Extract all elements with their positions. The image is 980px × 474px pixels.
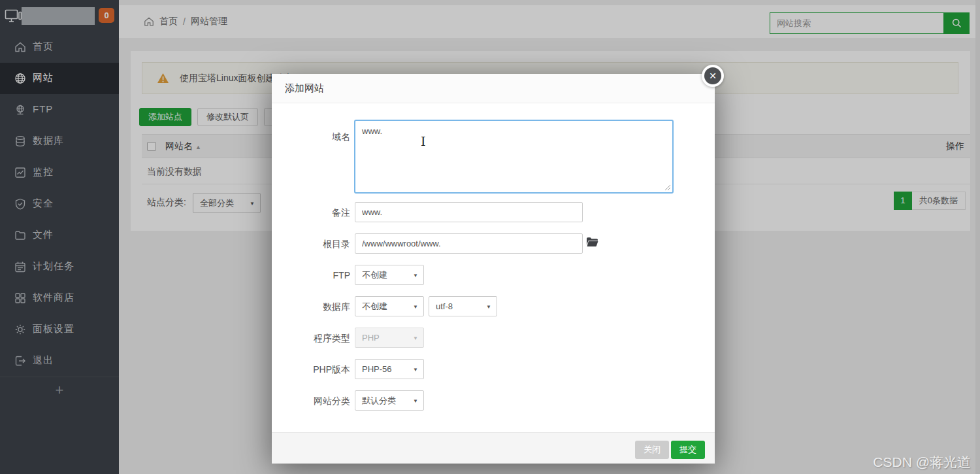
modal-footer: 关闭 提交 [272,432,715,464]
app-type-label: 程序类型 [278,333,350,345]
domain-textarea[interactable] [354,120,674,194]
chevron-down-icon: ▼ [413,303,418,309]
chevron-down-icon: ▼ [413,335,418,341]
modal-title: 添加网站 [285,82,324,95]
site-category-modal-select[interactable]: 默认分类▼ [355,390,424,411]
modal-close-button[interactable]: 关闭 [635,441,669,459]
chevron-down-icon: ▼ [413,366,418,372]
close-icon: ✕ [704,67,721,84]
browse-folder-icon[interactable] [586,237,598,247]
app-type-select[interactable]: PHP▼ [355,328,424,348]
domain-field-wrap: I [354,120,674,194]
php-version-label: PHP版本 [278,364,350,376]
php-version-select[interactable]: PHP-56▼ [355,359,424,379]
remark-input[interactable] [355,202,583,222]
database-select[interactable]: 不创建▼ [355,296,424,316]
database-label: 数据库 [278,301,350,313]
chevron-down-icon: ▼ [413,272,418,278]
modal-submit-button[interactable]: 提交 [671,441,705,459]
root-dir-row [272,233,715,254]
site-category-modal-label: 网站分类 [278,396,350,407]
add-website-modal: 添加网站 ✕ 域名 I 备注 根目录 FTP 不创建▼ 数据库 不创建▼ utf… [272,74,715,464]
domain-label: 域名 [278,131,350,143]
ftp-select[interactable]: 不创建▼ [355,265,424,285]
remark-label: 备注 [278,207,350,219]
charset-select[interactable]: utf-8▼ [429,296,497,316]
chevron-down-icon: ▼ [413,398,418,403]
watermark: CSDN @蒋光道 [873,453,971,471]
chevron-down-icon: ▼ [486,303,491,309]
modal-header: 添加网站 [272,74,715,103]
ftp-label: FTP [278,270,350,280]
close-button[interactable]: ✕ [702,65,724,87]
root-dir-input[interactable] [355,233,583,254]
